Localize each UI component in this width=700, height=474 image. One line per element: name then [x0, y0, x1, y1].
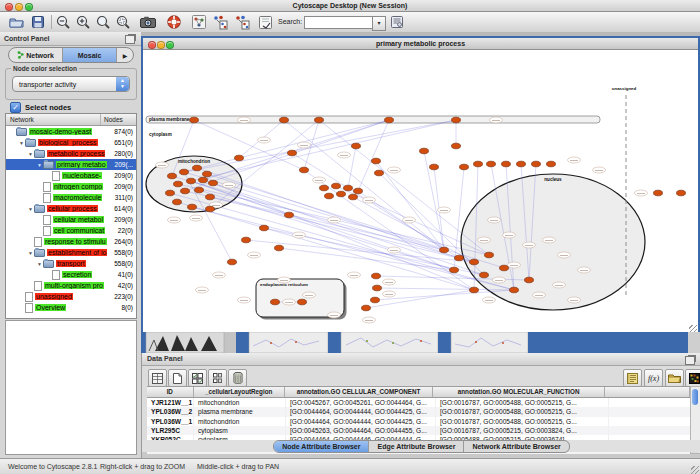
tree-row[interactable]: ▼establishment of lo558(0): [6, 247, 136, 258]
graph-node[interactable]: [460, 164, 469, 170]
graph-edge[interactable]: [348, 146, 356, 188]
search-dropdown-button[interactable]: ▾: [372, 16, 386, 31]
attribute-matrix-view-icon[interactable]: [685, 369, 700, 387]
graph-label-node[interactable]: [383, 291, 396, 297]
tree-row[interactable]: multi-organism pro42(0): [6, 280, 136, 291]
browser-tab[interactable]: Node Attribute Browser: [274, 441, 369, 452]
table-cell[interactable]: YPL036W__2: [147, 407, 194, 416]
graph-node[interactable]: [298, 299, 307, 305]
graph-label-node[interactable]: [190, 215, 203, 221]
graph-label-node[interactable]: [493, 277, 506, 283]
save-session-icon[interactable]: [30, 14, 46, 30]
table-cell[interactable]: plasma membrane: [194, 407, 286, 416]
network-zoom-button[interactable]: [166, 41, 174, 49]
graph-node[interactable]: [271, 299, 280, 305]
graph-node[interactable]: [373, 285, 382, 291]
zoom-out-icon[interactable]: [55, 14, 71, 30]
table-cell[interactable]: [GO:0044464, GO:0044444, GO:0044425, G..…: [286, 417, 436, 426]
graph-label-node[interactable]: [635, 190, 648, 196]
graph-edge[interactable]: [358, 120, 389, 191]
tree-col-network[interactable]: Network: [6, 114, 101, 125]
tree-row[interactable]: secretion41(0): [6, 269, 136, 280]
graph-label-node[interactable]: [533, 292, 546, 298]
app-resize-grip[interactable]: [691, 466, 699, 474]
graph-node[interactable]: [420, 148, 429, 154]
tree-row[interactable]: ▼biological_process651(0): [6, 137, 136, 148]
table-cell[interactable]: YPL036W__1: [147, 417, 194, 426]
graph-node[interactable]: [677, 190, 686, 196]
table-cell[interactable]: [GO:0016787, GO:0005488, GO:0005215, G..…: [436, 398, 609, 407]
delete-attribute-icon[interactable]: [228, 369, 247, 387]
graph-label-node[interactable]: [313, 177, 326, 183]
graph-node[interactable]: [654, 190, 663, 196]
graph-node[interactable]: [344, 185, 353, 191]
graph-label-node[interactable]: [568, 157, 581, 163]
graph-label-node[interactable]: [478, 237, 491, 243]
graph-label-node[interactable]: [503, 232, 516, 238]
graph-label-node[interactable]: [258, 137, 271, 143]
graph-label-node[interactable]: [578, 267, 591, 273]
graph-label-node[interactable]: [553, 282, 566, 288]
graph-node[interactable]: [352, 143, 361, 149]
tree-row[interactable]: ▼cellular process614(0): [6, 203, 136, 214]
close-window-button[interactable]: [5, 3, 13, 11]
graph-label-node[interactable]: [363, 317, 376, 323]
graph-node[interactable]: [180, 169, 189, 175]
network-manager-icon[interactable]: [191, 14, 207, 30]
graph-node[interactable]: [371, 297, 380, 303]
zoom-in-icon[interactable]: [75, 14, 91, 30]
graph-label-node[interactable]: [283, 299, 296, 305]
graph-edge[interactable]: [199, 190, 454, 270]
graph-label-node[interactable]: [338, 152, 351, 158]
graph-node[interactable]: [385, 117, 394, 123]
table-cell[interactable]: [GO:0016787, GO:0005488, GO:0005215, G..…: [436, 407, 609, 416]
graph-node[interactable]: [228, 259, 237, 265]
scrollbar-thumb[interactable]: [692, 389, 698, 405]
graph-node[interactable]: [485, 252, 494, 258]
graph-node[interactable]: [181, 188, 190, 194]
network-window-titlebar[interactable]: primary metabolic process: [143, 38, 698, 50]
graph-node[interactable]: [440, 247, 449, 253]
import-attributes-icon[interactable]: [665, 369, 684, 387]
table-row[interactable]: YJR121W__1mitochondrion[GO:0045267, GO:0…: [147, 398, 690, 407]
tab-mosaic[interactable]: Mosaic: [63, 48, 117, 62]
graph-node[interactable]: [430, 164, 439, 170]
graph-node[interactable]: [452, 143, 461, 149]
graph-node[interactable]: [372, 273, 381, 279]
graph-node[interactable]: [517, 161, 526, 167]
graph-node[interactable]: [354, 188, 363, 194]
graph-label-node[interactable]: [490, 117, 503, 123]
graph-label-node[interactable]: [593, 167, 606, 173]
graph-node[interactable]: [315, 117, 324, 123]
table-cell[interactable]: [GO:0044464, GO:0044444, GO:0044425, G..…: [286, 407, 436, 416]
graph-edge[interactable]: [366, 290, 474, 308]
graph-node[interactable]: [203, 171, 212, 177]
graph-node[interactable]: [362, 305, 371, 311]
graph-label-node[interactable]: [238, 297, 251, 303]
graph-node[interactable]: [332, 183, 341, 189]
tree-row[interactable]: response to stimulu264(0): [6, 236, 136, 247]
graph-node[interactable]: [188, 204, 197, 210]
tab-network[interactable]: Network: [9, 48, 63, 62]
graph-edge[interactable]: [191, 120, 456, 181]
graph-label-node[interactable]: [508, 262, 521, 268]
graph-node[interactable]: [510, 287, 519, 293]
birdseye-view-panel[interactable]: [5, 320, 137, 455]
minimize-window-button[interactable]: [15, 3, 23, 11]
graph-label-node[interactable]: [156, 162, 169, 168]
graph-node[interactable]: [288, 150, 297, 156]
graph-label-node[interactable]: [293, 232, 306, 238]
graph-label-node[interactable]: [483, 297, 496, 303]
data-panel-float-icon[interactable]: [685, 356, 695, 365]
graph-node[interactable]: [168, 173, 177, 179]
graph-node[interactable]: [174, 181, 183, 187]
help-lifering-icon[interactable]: [166, 14, 182, 30]
graph-node[interactable]: [502, 161, 511, 167]
column-header[interactable]: _cellularLayoutRegion: [194, 387, 285, 397]
graph-node[interactable]: [166, 190, 175, 196]
tree-row[interactable]: nitrogen compo209(0): [6, 181, 136, 192]
tree-row[interactable]: cellular metabol209(0): [6, 214, 136, 225]
table-cell[interactable]: YLR295C: [147, 426, 194, 435]
formula-builder-icon[interactable]: f(x): [644, 369, 663, 387]
column-header[interactable]: ID: [147, 387, 194, 397]
